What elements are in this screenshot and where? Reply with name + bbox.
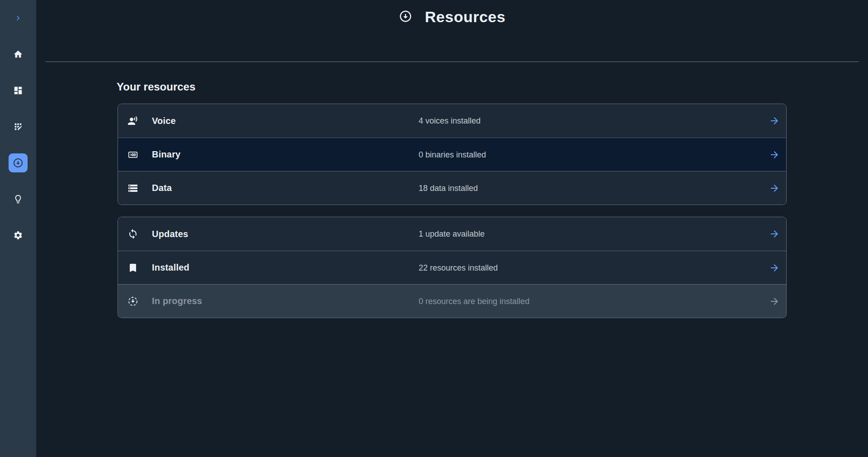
sidebar-active-indicator: [9, 153, 28, 172]
arrow-forward-icon: [769, 262, 780, 273]
list-item-status: 4 voices installed: [419, 116, 481, 126]
list-item-label: Voice: [152, 116, 176, 126]
page-header: Resources: [36, 0, 868, 62]
downloading-icon: [127, 296, 138, 307]
resources-list: Voice 4 voices installed Binary 0 binari…: [118, 104, 787, 318]
arrow-forward-icon: [769, 149, 780, 160]
lightbulb-icon: [13, 194, 23, 204]
list-item-status: 18 data installed: [419, 183, 478, 193]
list-item-in-progress[interactable]: In progress 0 resources are being instal…: [118, 284, 786, 318]
arrow-forward-icon: [769, 228, 780, 239]
sidebar-item-editor[interactable]: [0, 109, 36, 145]
chevron-right-icon: [14, 14, 23, 23]
list-item-voice[interactable]: Voice 4 voices installed: [118, 104, 786, 138]
voice-icon: [127, 115, 138, 126]
sidebar-item-home[interactable]: [0, 36, 36, 72]
download-circle-icon: [399, 10, 412, 25]
arrow-forward-icon: [769, 183, 780, 194]
page-title: Resources: [425, 8, 505, 26]
arrow-forward-icon: [769, 115, 780, 126]
dashboard-icon: [13, 86, 23, 95]
list-item-status: 0 resources are being installed: [419, 296, 529, 306]
list-item-label: Binary: [152, 149, 180, 160]
app-registration-icon: [13, 122, 23, 132]
list-item-label: Data: [152, 183, 172, 193]
sidebar-item-resources[interactable]: [0, 145, 36, 181]
sync-icon: [127, 228, 138, 239]
gear-icon: [13, 230, 23, 240]
data-icon: [127, 183, 138, 194]
section-title: Your resources: [117, 81, 195, 93]
list-item-data[interactable]: Data 18 data installed: [118, 171, 786, 205]
list-item-status: 1 update available: [419, 229, 485, 239]
sidebar-item-settings[interactable]: [0, 217, 36, 253]
list-item-label: Installed: [152, 262, 189, 273]
list-item-installed[interactable]: Installed 22 resources installed: [118, 251, 786, 284]
arrow-forward-icon: [769, 296, 780, 307]
resource-card-group-1: Voice 4 voices installed Binary 0 binari…: [118, 104, 787, 205]
list-item-label: Updates: [152, 229, 188, 239]
bookmark-icon: [127, 262, 138, 273]
home-icon: [13, 49, 23, 59]
list-item-binary[interactable]: Binary 0 binaries installed: [118, 138, 786, 171]
list-item-status: 0 binaries installed: [419, 150, 486, 159]
sidebar-item-dashboard[interactable]: [0, 72, 36, 109]
binary-icon: [127, 149, 138, 160]
sidebar-toggle-button[interactable]: [0, 0, 36, 36]
sidebar: [0, 0, 36, 457]
list-item-label: In progress: [152, 296, 202, 306]
list-item-status: 22 resources installed: [419, 263, 498, 272]
header-divider: [45, 62, 859, 62]
resource-card-group-2: Updates 1 update available Installed 22 …: [118, 217, 787, 318]
sidebar-item-tips[interactable]: [0, 181, 36, 217]
download-circle-icon: [13, 157, 24, 168]
list-item-updates[interactable]: Updates 1 update available: [118, 217, 786, 251]
